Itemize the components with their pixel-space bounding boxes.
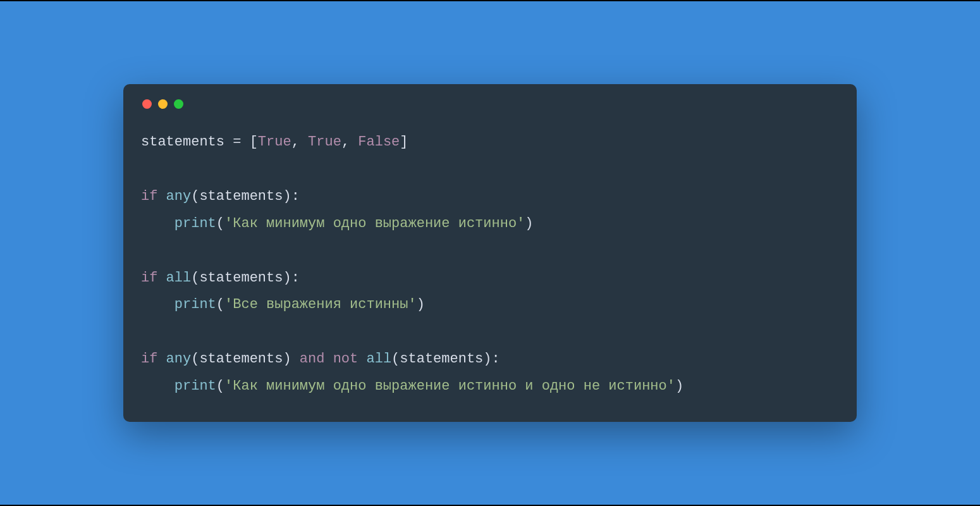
token-variable: statements [199,270,283,286]
token-indent [141,297,175,312]
token-constant: True [258,134,291,150]
token-constant: True [308,134,341,150]
token-variable: statements [400,351,483,367]
token-space [291,351,300,367]
token-space [157,188,166,204]
token-string: 'Как минимум одно выражение истинно и од… [224,378,675,394]
token-comma: , [341,134,358,150]
token-keyword: and [300,351,325,367]
token-variable: statements [141,134,224,150]
token-space [157,351,166,367]
code-line: if any(statements): [141,188,300,204]
token-paren: ( [191,351,199,367]
token-paren: ) [283,188,291,204]
terminal-window: statements = [True, True, False] if any(… [123,84,857,422]
code-line: print('Все выражения истинны') [141,297,425,312]
token-keyword: if [141,188,157,204]
token-paren: ( [216,378,224,394]
token-colon: : [492,351,500,367]
token-builtin: print [175,216,216,231]
code-line: print('Как минимум одно выражение истинн… [141,378,683,394]
token-keyword: if [141,270,157,286]
token-paren: ) [283,270,291,286]
token-space [157,270,166,286]
token-paren: ( [191,188,199,204]
token-builtin: any [166,351,192,367]
token-keyword: if [141,351,157,367]
maximize-icon[interactable] [174,99,183,109]
token-bracket: ] [400,134,408,150]
token-string: 'Как минимум одно выражение истинно' [224,216,525,231]
token-paren: ( [216,216,224,231]
token-space [324,351,333,367]
token-builtin: all [166,270,192,286]
window-titlebar [141,99,839,109]
token-colon: : [291,270,300,286]
token-comma: , [291,134,308,150]
code-line: statements = [True, True, False] [141,134,408,150]
token-variable: statements [199,351,283,367]
token-operator: = [224,134,250,150]
token-space [358,351,366,367]
token-paren: ( [191,270,199,286]
token-builtin: any [166,188,192,204]
token-paren: ) [483,351,491,367]
token-indent [141,378,175,394]
token-paren: ( [216,297,224,312]
token-paren: ) [525,216,533,231]
close-icon[interactable] [142,99,152,109]
token-variable: statements [199,188,283,204]
token-string: 'Все выражения истинны' [224,297,417,312]
token-paren: ) [283,351,291,367]
token-indent [141,216,175,231]
token-bracket: [ [250,134,258,150]
code-line: if all(statements): [141,270,300,286]
token-constant: False [358,134,400,150]
token-builtin: print [175,297,216,312]
token-paren: ) [675,378,683,394]
code-line: if any(statements) and not all(statement… [141,351,500,367]
code-block: statements = [True, True, False] if any(… [141,129,839,400]
token-paren: ( [391,351,400,367]
minimize-icon[interactable] [158,99,168,109]
token-builtin: print [175,378,216,394]
token-builtin: all [366,351,391,367]
token-paren: ) [417,297,425,312]
code-line: print('Как минимум одно выражение истинн… [141,216,534,231]
token-keyword: not [333,351,358,367]
token-colon: : [291,188,300,204]
